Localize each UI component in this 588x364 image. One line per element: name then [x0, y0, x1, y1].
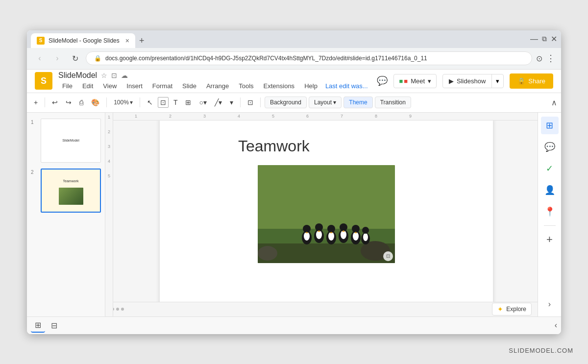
slide-title[interactable]: Teamwork: [189, 137, 310, 155]
chat-panel-button[interactable]: 💬: [541, 138, 559, 156]
active-tab[interactable]: S SlideModel - Google Slides ×: [31, 33, 135, 48]
tasks-panel-button[interactable]: ✓: [541, 160, 559, 177]
grid-view-button[interactable]: ⊟: [47, 319, 61, 332]
background-button[interactable]: Background: [265, 97, 307, 108]
zoom-control[interactable]: 100% ▾: [111, 97, 136, 108]
undo-button[interactable]: ↩: [49, 97, 61, 108]
svg-point-7: [303, 225, 311, 233]
close-button[interactable]: ✕: [551, 34, 557, 44]
app-title-row: SlideModel ☆ ⊡ ☁: [58, 71, 368, 80]
explore-button[interactable]: ✦ Explore: [492, 303, 532, 315]
menu-slide[interactable]: Slide: [178, 81, 200, 91]
slideshow-button[interactable]: ▶ Slideshow ▾: [442, 74, 504, 88]
slideshow-main[interactable]: ▶ Slideshow: [443, 74, 491, 88]
ruler-mark-8: 8: [375, 114, 377, 119]
select-button[interactable]: ⊡: [158, 97, 169, 108]
slide-thumb-title-2: Teamwork: [60, 176, 82, 186]
slide-thumb-title-1: SlideModel: [59, 136, 82, 145]
shape-button[interactable]: ○▾: [196, 97, 209, 108]
slide-thumb-2[interactable]: Teamwork: [41, 169, 101, 213]
layout-label: Layout: [314, 99, 332, 106]
transition-button[interactable]: Transition: [375, 97, 411, 108]
menu-extensions[interactable]: Extensions: [260, 81, 299, 91]
menu-file[interactable]: File: [58, 81, 76, 91]
last-edit-label[interactable]: Last edit was...: [325, 82, 368, 90]
people-panel-button[interactable]: 👤: [541, 181, 559, 199]
star-icon[interactable]: ☆: [101, 72, 107, 79]
reload-button[interactable]: ↻: [68, 51, 82, 65]
menu-help[interactable]: Help: [300, 81, 321, 91]
panel-collapse-button[interactable]: ‹: [555, 321, 557, 330]
right-panel-add-button[interactable]: +: [541, 231, 559, 248]
menu-format[interactable]: Format: [148, 81, 176, 91]
menu-tools[interactable]: Tools: [235, 81, 257, 91]
slide-item-1[interactable]: 1 SlideModel: [29, 117, 103, 165]
menu-bar: File Edit View Insert Format Slide Arran…: [58, 81, 368, 91]
app-title: SlideModel: [58, 71, 97, 80]
toolbar-separator-5: [260, 97, 261, 107]
meet-icon: ■■: [399, 77, 408, 85]
menu-arrange[interactable]: Arrange: [202, 81, 233, 91]
line-button[interactable]: ╱▾: [212, 97, 225, 108]
slideshow-dropdown[interactable]: ▾: [491, 74, 503, 88]
right-panel-separator: [544, 225, 556, 226]
header-actions: 💬 ■■ Meet ▾ ▶ Slideshow ▾ 🔒 Share: [377, 73, 553, 89]
cursor-button[interactable]: ↖: [144, 97, 156, 108]
lock-icon: 🔒: [94, 55, 101, 62]
collapse-toolbar-button[interactable]: ∧: [551, 98, 557, 107]
slide-canvas[interactable]: Teamwork: [160, 121, 493, 302]
toolbar-separator-1: [45, 97, 45, 107]
svg-point-16: [340, 223, 347, 231]
filmstrip-view-button[interactable]: ⊞: [31, 318, 45, 333]
meet-dropdown[interactable]: ▾: [428, 77, 431, 85]
redo-button[interactable]: ↪: [63, 97, 74, 108]
menu-view[interactable]: View: [99, 81, 121, 91]
minimize-button[interactable]: —: [530, 35, 538, 44]
toolbar-separator-4: [240, 97, 241, 107]
paint-format-button[interactable]: 🎨: [88, 97, 102, 108]
more-button[interactable]: ⋮: [546, 53, 555, 64]
textbox-button[interactable]: T: [171, 97, 181, 108]
tab-close-button[interactable]: ×: [125, 37, 129, 45]
more-tools-button[interactable]: ▾: [227, 97, 236, 108]
slideshow-label: Slideshow: [457, 77, 486, 85]
slide-image[interactable]: ⊡: [258, 165, 395, 263]
right-panel: ⊞ 💬 ✓ 👤 📍 + ›: [538, 113, 561, 316]
tab-area: S SlideModel - Google Slides × +: [31, 30, 528, 48]
maps-panel-button[interactable]: 📍: [541, 203, 559, 220]
folder-icon[interactable]: ⊡: [111, 72, 117, 79]
svg-point-4: [258, 246, 277, 261]
image-button[interactable]: ⊞: [182, 97, 194, 108]
penguins-svg: [258, 165, 395, 263]
forward-button[interactable]: ›: [50, 51, 64, 65]
back-button[interactable]: ‹: [33, 51, 47, 65]
maximize-button[interactable]: ⧉: [542, 35, 547, 43]
print-button[interactable]: ⎙: [76, 97, 86, 108]
slide-item-2[interactable]: 2 Teamwork: [29, 167, 103, 215]
toolbar-end: ∧: [551, 98, 557, 107]
penguin-scene: [258, 165, 395, 263]
link-button[interactable]: ⊡: [245, 97, 256, 108]
new-tab-button[interactable]: +: [137, 34, 147, 48]
slide-panel: 1 SlideModel 2 Teamwork: [27, 113, 105, 316]
ruler-mark-3: 3: [203, 114, 206, 119]
profile-button[interactable]: ⊙: [536, 54, 542, 63]
url-bar[interactable]: 🔒 docs.google.com/presentation/d/1hlCDq4…: [86, 51, 532, 65]
layout-button[interactable]: Layout ▾: [309, 97, 342, 108]
svg-point-13: [327, 225, 335, 233]
comment-button[interactable]: 💬: [377, 75, 388, 86]
right-panel-expand-button[interactable]: ›: [544, 296, 555, 313]
menu-insert[interactable]: Insert: [122, 81, 147, 91]
slides-panel-button[interactable]: ⊞: [541, 117, 559, 134]
slide-thumb-1[interactable]: SlideModel: [41, 119, 101, 163]
meet-button[interactable]: ■■ Meet ▾: [393, 74, 437, 88]
share-button[interactable]: 🔒 Share: [510, 73, 553, 89]
theme-button[interactable]: Theme: [343, 97, 372, 108]
cloud-icon[interactable]: ☁: [121, 72, 128, 79]
image-corner-button[interactable]: ⊡: [383, 251, 393, 261]
canvas-scroll[interactable]: Teamwork: [105, 121, 538, 302]
canvas-area: 1 2 3 4 5 6 7 8 9 1 2 3 4 5: [105, 113, 538, 316]
menu-edit[interactable]: Edit: [78, 81, 97, 91]
add-button[interactable]: +: [31, 97, 41, 108]
canvas-bottom: ✦ Explore: [105, 302, 538, 316]
